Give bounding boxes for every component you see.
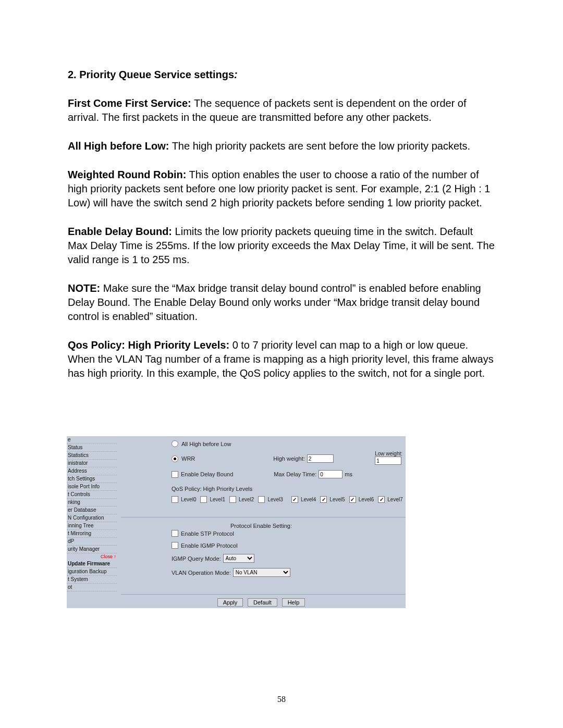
sidebar-item[interactable]: iguration Backup: [67, 568, 117, 576]
level7-checkbox[interactable]: [378, 496, 385, 503]
low-weight-label: Low weight:: [375, 451, 402, 456]
igmp-query-select[interactable]: Auto: [223, 554, 254, 563]
para-delay: Enable Delay Bound: Limits the low prior…: [68, 225, 495, 267]
para-wrr: Weighted Round Robin: This option enable…: [68, 168, 495, 210]
level0-checkbox[interactable]: [172, 496, 178, 503]
section-heading: 2. Priority Queue Service settings:: [68, 68, 495, 82]
level0-label: Level0: [181, 497, 196, 502]
max-delay-input[interactable]: [319, 470, 342, 478]
sidebar-item[interactable]: inistrator: [67, 460, 117, 467]
qos-label: Qos Policy: High Priority Levels:: [68, 339, 229, 351]
sidebar-close[interactable]: Close ↑: [67, 553, 117, 560]
screenshot-panel: e Status Statistics inistrator Address t…: [67, 436, 406, 608]
sidebar-item[interactable]: inning Tree: [67, 522, 117, 530]
level2-label: Level2: [239, 497, 254, 502]
high-weight-label: High weight:: [273, 455, 305, 462]
priority-form: All High before Low WRR High weight: Low…: [172, 440, 406, 510]
sidebar-item[interactable]: Statistics: [67, 452, 117, 460]
heading-text: 2. Priority Queue Service settings: [68, 69, 234, 80]
level5-checkbox[interactable]: [320, 496, 327, 503]
igmp-label: Enable IGMP Protocol: [181, 542, 238, 549]
wrr-label: Weighted Round Robin:: [68, 169, 186, 180]
level2-checkbox[interactable]: [229, 496, 236, 503]
qos-policy-label: QoS Policy: High Priority Levels: [172, 486, 406, 492]
all-high-label: All High before Low: [181, 441, 231, 447]
sidebar-item[interactable]: Status: [67, 444, 117, 452]
level5-label: Level5: [329, 497, 345, 502]
sidebar: e Status Statistics inistrator Address t…: [67, 436, 117, 608]
radio-wrr[interactable]: [172, 455, 178, 462]
sidebar-item[interactable]: urity Manager: [67, 546, 117, 553]
low-weight-input[interactable]: [375, 456, 401, 465]
close-label: Close: [101, 554, 113, 559]
level7-label: Level7: [387, 497, 402, 502]
wrr-opt-label: WRR: [181, 455, 195, 462]
level3-checkbox[interactable]: [258, 496, 265, 503]
note-text: Make sure the “Max bridge transit delay …: [68, 282, 481, 322]
level1-checkbox[interactable]: [200, 496, 207, 503]
sidebar-item[interactable]: t Controls: [67, 491, 117, 499]
high-weight-input[interactable]: [307, 454, 334, 463]
max-delay-label: Max Delay Time:: [274, 471, 316, 477]
level6-checkbox[interactable]: [349, 496, 356, 503]
button-row: Apply Default Help: [117, 598, 406, 607]
allhigh-label: All High before Low:: [68, 140, 169, 152]
page-number: 58: [0, 695, 563, 704]
igmp-checkbox[interactable]: [172, 542, 178, 549]
note-label: NOTE:: [68, 282, 100, 294]
level4-label: Level4: [301, 497, 316, 502]
sidebar-item[interactable]: N Configuration: [67, 514, 117, 522]
default-button[interactable]: Default: [248, 598, 277, 607]
main-panel: All High before Low WRR High weight: Low…: [117, 436, 406, 608]
low-weight-block: Low weight:: [375, 451, 402, 465]
stp-checkbox[interactable]: [172, 530, 178, 537]
sidebar-item[interactable]: isole Port Info: [67, 483, 117, 491]
radio-all-high[interactable]: [172, 440, 178, 447]
protocol-form: Enable STP Protocol Enable IGMP Protocol…: [172, 530, 406, 584]
stp-label: Enable STP Protocol: [181, 530, 234, 537]
sidebar-item[interactable]: dP: [67, 538, 117, 546]
level4-checkbox[interactable]: [291, 496, 298, 503]
sidebar-item[interactable]: er Database: [67, 507, 117, 514]
help-button[interactable]: Help: [282, 598, 305, 607]
level3-label: Level3: [267, 497, 283, 502]
sidebar-item[interactable]: e: [67, 436, 117, 444]
igmp-query-label: IGMP Query Mode:: [172, 556, 221, 562]
allhigh-text: The high priority packets are sent befor…: [169, 140, 470, 152]
apply-button[interactable]: Apply: [217, 598, 243, 607]
para-note: NOTE: Make sure the “Max bridge transit …: [68, 281, 495, 324]
level1-label: Level1: [210, 497, 225, 502]
para-allhigh: All High before Low: The high priority p…: [68, 139, 495, 153]
sidebar-item[interactable]: t Mirroring: [67, 530, 117, 538]
delay-label: Enable Delay Bound:: [68, 226, 172, 237]
protocol-header: Protocol Enable Setting:: [117, 523, 406, 529]
sidebar-item[interactable]: nking: [67, 499, 117, 507]
ms-label: ms: [345, 471, 352, 477]
level6-label: Level6: [359, 497, 374, 502]
para-qos: Qos Policy: High Priority Levels: 0 to 7…: [68, 338, 495, 380]
fcfs-label: First Come First Service:: [68, 97, 191, 109]
enable-delay-label: Enable Delay Bound: [181, 471, 233, 477]
sidebar-item[interactable]: ot: [67, 584, 117, 591]
heading-colon: :: [234, 69, 238, 80]
sidebar-item[interactable]: Address: [67, 467, 117, 475]
para-fcfs: First Come First Service: The sequence o…: [68, 96, 495, 125]
sidebar-item[interactable]: t System: [67, 576, 117, 584]
up-arrow-icon: ↑: [114, 554, 116, 559]
sidebar-item[interactable]: tch Settings: [67, 475, 117, 483]
vlan-mode-label: VLAN Operation Mode:: [172, 570, 231, 576]
sidebar-item[interactable]: Update Firmware: [67, 560, 117, 568]
enable-delay-checkbox[interactable]: [172, 471, 178, 478]
vlan-mode-select[interactable]: No VLAN: [233, 568, 290, 577]
